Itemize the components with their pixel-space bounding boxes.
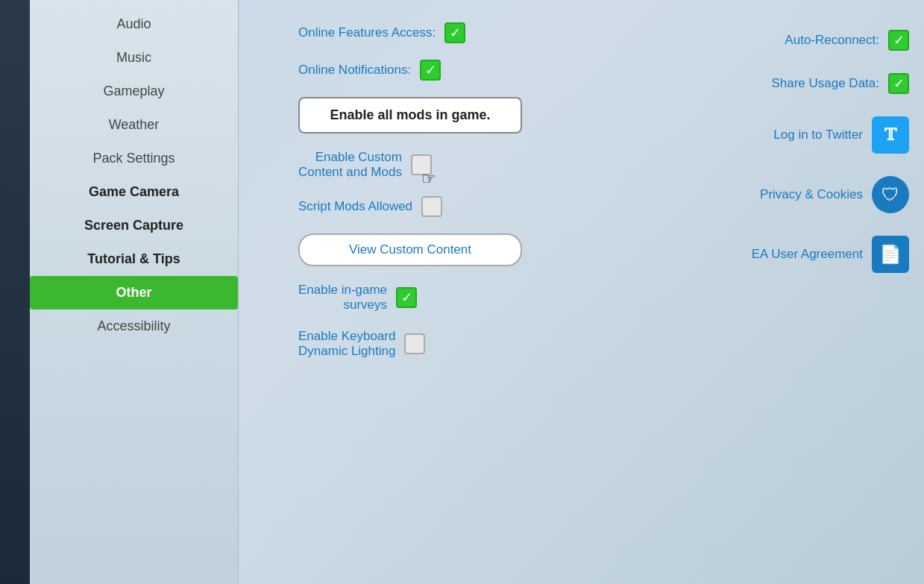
right-panel: Auto-Reconnect: ✓ Share Usage Data: ✓ Lo… [752, 22, 909, 562]
enable-keyboard-label: Enable KeyboardDynamic Lighting [298, 329, 395, 359]
online-features-label: Online Features Access: [298, 25, 436, 40]
check-icon-3: ✓ [401, 289, 412, 306]
ea-agreement-row: EA User Agreement 📄 [752, 236, 909, 273]
online-notifications-row: Online Notifications: ✓ [298, 60, 441, 81]
center-panel: Online Features Access: ✓ Online Notific… [254, 22, 522, 562]
enable-surveys-row: Enable in-gamesurveys ✓ [298, 283, 417, 313]
privacy-button[interactable]: 🛡 [872, 176, 909, 213]
check-icon-4: ✓ [893, 32, 905, 48]
script-mods-label: Script Mods Allowed [298, 199, 412, 214]
enable-surveys-label: Enable in-gamesurveys [298, 283, 387, 313]
script-mods-row: Script Mods Allowed [298, 196, 442, 217]
share-usage-label: Share Usage Data: [771, 76, 879, 91]
share-usage-row: Share Usage Data: ✓ [752, 73, 909, 94]
online-features-checkbox[interactable]: ✓ [444, 22, 465, 43]
enable-custom-label: Enable CustomContent and Mods [298, 150, 402, 180]
twitter-icon: 𝕋 [884, 125, 896, 145]
main-content: Online Features Access: ✓ Online Notific… [239, 0, 924, 584]
log-twitter-label: Log in to Twitter [773, 128, 863, 142]
sidebar-item-game-camera[interactable]: Game Camera [30, 175, 238, 209]
auto-reconnect-row: Auto-Reconnect: ✓ [752, 30, 909, 51]
enable-keyboard-row: Enable KeyboardDynamic Lighting [298, 329, 425, 359]
enable-surveys-checkbox[interactable]: ✓ [396, 287, 417, 308]
online-notifications-checkbox[interactable]: ✓ [420, 60, 441, 81]
auto-reconnect-checkbox[interactable]: ✓ [888, 30, 909, 51]
script-mods-checkbox[interactable] [421, 196, 442, 217]
check-icon-5: ✓ [893, 75, 905, 92]
document-icon: 📄 [879, 244, 902, 265]
enable-custom-checkbox-wrapper: ☞ [411, 154, 432, 175]
log-twitter-row: Log in to Twitter 𝕋 [752, 116, 909, 154]
enable-custom-content-row: Enable CustomContent and Mods ☞ [298, 150, 432, 180]
ea-agreement-label: EA User Agreement [752, 247, 863, 262]
sidebar-nav: Audio Music Gameplay Weather Pack Settin… [0, 7, 238, 343]
check-icon-2: ✓ [425, 62, 436, 78]
enable-custom-checkbox[interactable] [411, 154, 432, 175]
enable-keyboard-checkbox[interactable] [404, 333, 425, 354]
share-usage-checkbox[interactable]: ✓ [888, 73, 909, 94]
sidebar-item-tutorial-tips[interactable]: Tutorial & Tips [30, 242, 238, 276]
check-icon: ✓ [450, 25, 461, 41]
sidebar-item-music[interactable]: Music [30, 41, 238, 75]
online-notifications-label: Online Notifications: [298, 63, 411, 78]
sidebar-item-accessibility[interactable]: Accessibility [30, 310, 238, 343]
online-features-row: Online Features Access: ✓ [298, 22, 465, 43]
shield-icon: 🛡 [881, 184, 899, 205]
sidebar-item-weather[interactable]: Weather [30, 108, 238, 142]
sidebar-item-gameplay[interactable]: Gameplay [30, 75, 238, 108]
sidebar-item-screen-capture[interactable]: Screen Capture [30, 209, 238, 242]
auto-reconnect-label: Auto-Reconnect: [785, 33, 879, 48]
ea-agreement-button[interactable]: 📄 [872, 236, 909, 273]
view-custom-content-button[interactable]: View Custom Content [298, 233, 522, 266]
enable-mods-button[interactable]: Enable all mods in game. [298, 97, 522, 134]
sidebar-item-pack-settings[interactable]: Pack Settings [30, 142, 238, 175]
twitter-button[interactable]: 𝕋 [872, 116, 909, 154]
privacy-cookies-label: Privacy & Cookies [760, 187, 863, 202]
sidebar-item-other[interactable]: Other [30, 276, 238, 310]
privacy-cookies-row: Privacy & Cookies 🛡 [752, 176, 909, 213]
sidebar-item-audio[interactable]: Audio [30, 7, 238, 41]
sidebar: Audio Music Gameplay Weather Pack Settin… [0, 0, 239, 584]
